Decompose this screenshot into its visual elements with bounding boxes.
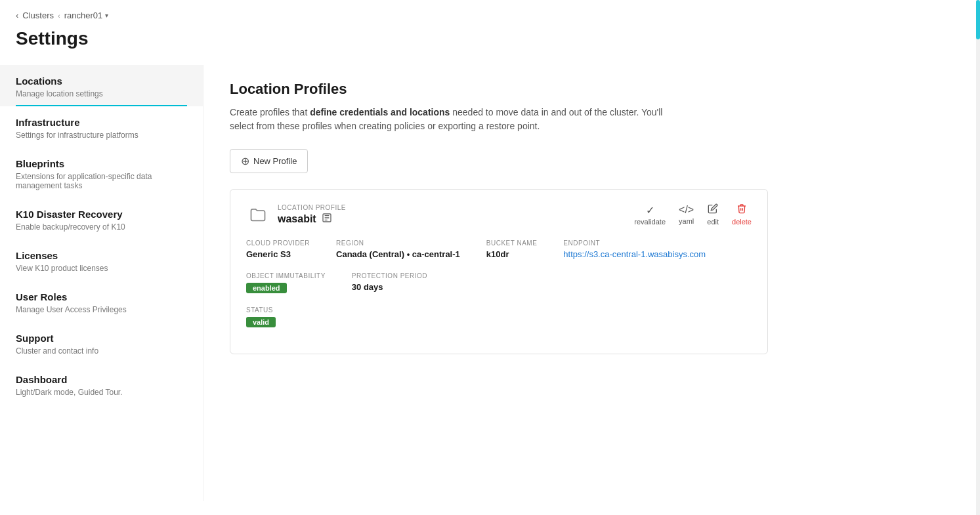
cloud-provider-field: CLOUD PROVIDER Generic S3 xyxy=(246,239,310,259)
section-title: Location Profiles xyxy=(230,81,954,98)
profile-fields-row2: OBJECT IMMUTABILITY enabled PROTECTION P… xyxy=(246,272,752,293)
profile-fields-row1: CLOUD PROVIDER Generic S3 REGION Canada … xyxy=(246,239,752,259)
profile-label-small: LOCATION PROFILE xyxy=(278,204,346,211)
sidebar-item-k10dr-desc: Enable backup/recovery of K10 xyxy=(16,222,187,232)
page-title: Settings xyxy=(0,26,980,65)
sidebar-item-locations[interactable]: Locations Manage location settings xyxy=(0,65,203,106)
yaml-icon: </> xyxy=(679,204,694,216)
delete-icon xyxy=(736,203,747,216)
bucket-name-value: k10dr xyxy=(486,249,538,259)
sidebar-item-dashboard-title: Dashboard xyxy=(16,374,187,385)
status-field: STATUS Valid xyxy=(246,306,276,327)
sidebar-item-k10dr-title: K10 Disaster Recovery xyxy=(16,209,187,220)
sidebar-item-support-desc: Cluster and contact info xyxy=(16,346,187,356)
sidebar-item-userroles-title: User Roles xyxy=(16,291,187,302)
sidebar-item-blueprints-desc: Extensions for application-specific data… xyxy=(16,172,187,190)
region-value: Canada (Central) • ca-central-1 xyxy=(336,249,460,259)
delete-action[interactable]: delete xyxy=(732,203,752,226)
sidebar-item-infrastructure-title: Infrastructure xyxy=(16,117,187,128)
profile-fields-status: STATUS Valid xyxy=(246,306,752,327)
region-field: REGION Canada (Central) • ca-central-1 xyxy=(336,239,460,259)
region-label: REGION xyxy=(336,239,460,247)
main-layout: Locations Manage location settings Infra… xyxy=(0,65,980,501)
profile-label-row: LOCATION PROFILE wasabit xyxy=(278,204,346,225)
endpoint-label: ENDPOINT xyxy=(563,239,706,247)
profile-card-header-left: LOCATION PROFILE wasabit xyxy=(246,203,346,226)
section-description: Create profiles that define credentials … xyxy=(230,106,676,133)
bucket-name-label: BUCKET NAME xyxy=(486,239,538,247)
protection-period-label: PROTECTION PERIOD xyxy=(352,272,427,279)
profile-folder-icon xyxy=(246,203,270,226)
cloud-provider-label: CLOUD PROVIDER xyxy=(246,239,310,247)
endpoint-field: ENDPOINT https://s3.ca-central-1.wasabis… xyxy=(563,239,706,259)
sidebar-item-userroles-desc: Manage User Access Privileges xyxy=(16,305,187,314)
protection-period-value: 30 days xyxy=(352,282,427,292)
breadcrumb-clusters[interactable]: Clusters xyxy=(22,10,54,20)
profile-name-badge xyxy=(322,213,332,225)
object-immutability-label: OBJECT IMMUTABILITY xyxy=(246,272,326,279)
sidebar-item-licenses[interactable]: Licenses View K10 product licenses xyxy=(0,239,203,281)
sidebar-item-locations-desc: Manage location settings xyxy=(16,89,187,98)
sidebar-item-blueprints-title: Blueprints xyxy=(16,158,187,169)
chevron-left-icon: ‹ xyxy=(16,10,18,20)
bucket-name-field: BUCKET NAME k10dr xyxy=(486,239,538,259)
plus-icon: ⊕ xyxy=(241,155,249,167)
revalidate-icon: ✓ xyxy=(646,204,654,216)
profile-card: LOCATION PROFILE wasabit xyxy=(230,189,768,354)
cloud-provider-value: Generic S3 xyxy=(246,249,310,259)
protection-period-field: PROTECTION PERIOD 30 days xyxy=(352,272,427,293)
sidebar-item-licenses-desc: View K10 product licenses xyxy=(16,264,187,273)
sidebar-item-dashboard-desc: Light/Dark mode, Guided Tour. xyxy=(16,388,187,397)
profile-actions: ✓ revalidate </> yaml xyxy=(634,203,752,226)
edit-action[interactable]: edit xyxy=(707,203,719,226)
sidebar-item-k10dr[interactable]: K10 Disaster Recovery Enable backup/reco… xyxy=(0,198,203,239)
sidebar-item-support[interactable]: Support Cluster and contact info xyxy=(0,322,203,363)
sidebar-item-licenses-title: Licenses xyxy=(16,250,187,261)
status-badge: Valid xyxy=(246,317,276,327)
breadcrumb-dropdown-icon[interactable]: ▾ xyxy=(105,12,108,19)
profile-name: wasabit xyxy=(278,213,346,225)
new-profile-button[interactable]: ⊕ New Profile xyxy=(230,149,308,173)
breadcrumb-current: rancher01 ▾ xyxy=(64,10,109,20)
sidebar: Locations Manage location settings Infra… xyxy=(0,65,203,501)
endpoint-value[interactable]: https://s3.ca-central-1.wasabisys.com xyxy=(563,249,706,259)
sidebar-item-infrastructure-desc: Settings for infrastructure platforms xyxy=(16,131,187,140)
main-content: Location Profiles Create profiles that d… xyxy=(203,65,980,501)
revalidate-action[interactable]: ✓ revalidate xyxy=(634,204,666,226)
sidebar-item-infrastructure[interactable]: Infrastructure Settings for infrastructu… xyxy=(0,106,203,148)
object-immutability-badge: enabled xyxy=(246,283,287,293)
status-label: STATUS xyxy=(246,306,276,314)
scrollbar-thumb[interactable] xyxy=(976,0,980,39)
sidebar-item-support-title: Support xyxy=(16,333,187,344)
profile-card-header: LOCATION PROFILE wasabit xyxy=(246,203,752,226)
sidebar-item-blueprints[interactable]: Blueprints Extensions for application-sp… xyxy=(0,148,203,198)
sidebar-item-userroles[interactable]: User Roles Manage User Access Privileges xyxy=(0,281,203,322)
sidebar-item-dashboard[interactable]: Dashboard Light/Dark mode, Guided Tour. xyxy=(0,363,203,405)
breadcrumb: ‹ Clusters ‹ rancher01 ▾ xyxy=(0,0,980,26)
object-immutability-field: OBJECT IMMUTABILITY enabled xyxy=(246,272,326,293)
breadcrumb-sep: ‹ xyxy=(58,12,60,20)
sidebar-item-locations-title: Locations xyxy=(16,75,187,87)
yaml-action[interactable]: </> yaml xyxy=(679,204,694,225)
scrollbar-track[interactable] xyxy=(976,0,980,515)
edit-icon xyxy=(708,203,718,216)
